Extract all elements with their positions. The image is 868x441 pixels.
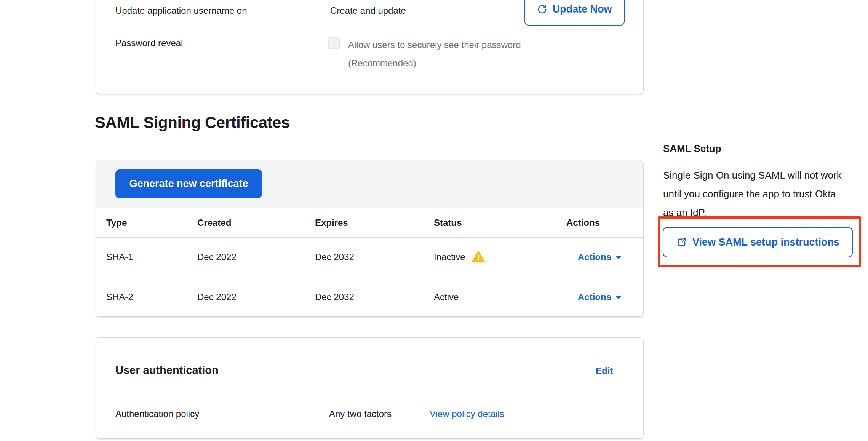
actions-dropdown-button[interactable]: Actions (578, 292, 622, 302)
authentication-policy-value: Any two factors (329, 407, 392, 420)
table-row-sha1: SHA-1 Dec 2022 Dec 2032 Inactive Actions (96, 238, 643, 276)
checkbox-note: (Recommended) (348, 58, 416, 68)
page-title: SAML Signing Certificates (95, 113, 290, 132)
generate-certificate-button[interactable]: Generate new certificate (115, 169, 262, 198)
column-header-created: Created (197, 208, 231, 237)
certificates-toolbar: Generate new certificate (96, 160, 643, 208)
cell-status: Active (434, 276, 459, 317)
certificates-table-header: Type Created Expires Status Actions (96, 208, 643, 238)
password-reveal-checkbox[interactable] (328, 37, 340, 49)
password-reveal-checkbox-text: Allow users to securely see their passwo… (348, 36, 592, 72)
password-reveal-label: Password reveal (115, 37, 183, 50)
column-header-expires: Expires (315, 208, 348, 237)
column-header-type: Type (106, 208, 127, 237)
status-text: Active (434, 292, 459, 302)
column-header-actions: Actions (566, 208, 600, 237)
update-now-label: Update Now (552, 3, 612, 15)
cell-expires: Dec 2032 (315, 238, 354, 276)
app-settings-card: Update application username on Create an… (96, 0, 644, 94)
user-authentication-title: User authentication (115, 363, 219, 377)
column-header-status: Status (434, 208, 462, 237)
cell-type: SHA-1 (106, 238, 133, 276)
actions-label: Actions (578, 292, 611, 302)
edit-link[interactable]: Edit (596, 365, 613, 377)
checkbox-label: Allow users to securely see their passwo… (348, 40, 521, 50)
authentication-policy-label: Authentication policy (115, 407, 199, 420)
external-link-icon (676, 236, 687, 248)
saml-setup-description: Single Sign On using SAML will not work … (663, 166, 844, 222)
warning-icon (472, 251, 485, 263)
view-policy-details-link[interactable]: View policy details (430, 407, 504, 420)
caret-down-icon (615, 256, 622, 259)
update-now-button[interactable]: Update Now (524, 0, 625, 26)
saml-certificates-card: Generate new certificate Type Created Ex… (96, 160, 644, 317)
actions-label: Actions (578, 252, 611, 262)
user-authentication-card: User authentication Edit Authentication … (96, 337, 644, 439)
cell-status: Inactive (434, 238, 485, 276)
caret-down-icon (615, 296, 622, 299)
cell-created: Dec 2022 (197, 238, 237, 276)
cell-type: SHA-2 (106, 276, 133, 317)
view-saml-instructions-button[interactable]: View SAML setup instructions (663, 227, 853, 257)
cell-expires: Dec 2032 (315, 276, 354, 317)
refresh-icon (537, 4, 547, 14)
cell-created: Dec 2022 (197, 276, 237, 317)
actions-dropdown-button[interactable]: Actions (578, 252, 622, 262)
page: Update application username on Create an… (0, 0, 868, 441)
cell-actions: Actions (578, 238, 622, 276)
username-update-label: Update application username on (115, 4, 247, 17)
username-update-value: Create and update (330, 4, 406, 17)
view-saml-instructions-label: View SAML setup instructions (692, 236, 839, 248)
cell-actions: Actions (578, 276, 622, 317)
table-row-sha2: SHA-2 Dec 2022 Dec 2032 Active Actions (96, 276, 643, 317)
saml-setup-title: SAML Setup (663, 142, 721, 155)
status-text: Inactive (434, 252, 465, 262)
